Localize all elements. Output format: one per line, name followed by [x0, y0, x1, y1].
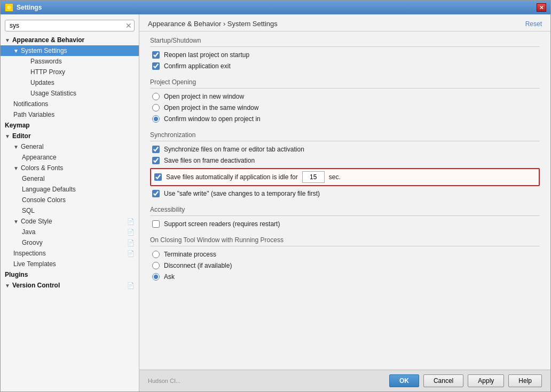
option-open-new-window: Open project in new window — [150, 93, 540, 100]
apply-button[interactable]: Apply — [468, 374, 504, 387]
confirm-window-radio[interactable] — [152, 115, 160, 123]
confirm-exit-checkbox[interactable] — [152, 62, 160, 70]
arrow-icon: ▼ — [5, 133, 10, 139]
main-panel: Appearance & Behavior › System Settings … — [139, 14, 550, 391]
option-safe-write: Use "safe write" (save changes to a temp… — [150, 190, 540, 197]
footer: Hudson CI... OK Cancel Apply Help — [139, 370, 550, 391]
open-new-window-radio[interactable] — [152, 93, 160, 100]
sidebar-item-groovy[interactable]: Groovy 📄 — [1, 237, 139, 248]
open-new-window-label: Open project in new window — [164, 93, 244, 100]
close-button[interactable]: ✕ — [537, 3, 546, 12]
ok-button[interactable]: OK — [389, 374, 419, 387]
option-open-same-window: Open project in the same window — [150, 104, 540, 111]
sidebar-item-passwords[interactable]: Passwords — [1, 56, 139, 67]
sidebar-label: General — [22, 175, 45, 182]
sidebar-item-plugins[interactable]: Plugins — [1, 269, 139, 280]
project-opening-title: Project Opening — [150, 78, 540, 89]
sidebar-item-system-settings[interactable]: ▼ System Settings — [1, 45, 139, 56]
arrow-icon: ▼ — [13, 144, 19, 150]
settings-window: ⚙ Settings ✕ ✕ ▼ Appearance & Behavior ▼… — [0, 0, 551, 392]
sidebar-item-keymap[interactable]: Keymap — [1, 120, 139, 131]
safe-write-checkbox[interactable] — [152, 190, 160, 197]
sidebar-item-general[interactable]: ▼ General — [1, 141, 139, 152]
closing-title: On Closing Tool Window with Running Proc… — [150, 236, 540, 246]
cancel-button[interactable]: Cancel — [423, 374, 463, 387]
ask-radio[interactable] — [152, 273, 160, 281]
open-same-window-radio[interactable] — [152, 104, 160, 111]
sidebar-label: Usage Statistics — [30, 90, 76, 97]
closing-section: On Closing Tool Window with Running Proc… — [150, 236, 540, 281]
save-deactivation-label: Save files on frame deactivation — [164, 157, 255, 164]
sidebar-item-path-variables[interactable]: Path Variables — [1, 109, 139, 120]
arrow-icon: ▼ — [13, 219, 19, 225]
sidebar-label: Java — [22, 228, 35, 236]
sidebar-item-http-proxy[interactable]: HTTP Proxy — [1, 67, 139, 77]
arrow-icon: ▼ — [5, 37, 10, 43]
sidebar-item-console-colors[interactable]: Console Colors — [1, 195, 139, 205]
sidebar-label: Appearance & Behavior — [12, 36, 84, 44]
sidebar-label: SQL — [22, 207, 35, 214]
search-input[interactable] — [5, 20, 135, 31]
safe-write-label: Use "safe write" (save changes to a temp… — [164, 190, 320, 197]
sec-label: sec. — [329, 173, 341, 181]
sidebar-label: Updates — [30, 79, 54, 86]
search-clear-icon[interactable]: ✕ — [125, 21, 132, 30]
hint-text: Hudson CI... — [148, 378, 180, 384]
sidebar-item-notifications[interactable]: Notifications — [1, 99, 139, 109]
sidebar-label: Groovy — [22, 239, 43, 246]
reopen-project-label: Reopen last project on startup — [164, 51, 249, 59]
page-icon: 📄 — [127, 250, 135, 257]
ask-label: Ask — [164, 273, 175, 281]
sidebar-item-language-defaults[interactable]: Language Defaults — [1, 184, 139, 195]
screen-readers-checkbox[interactable] — [152, 220, 160, 228]
startup-section: Startup/Shutdown Reopen last project on … — [150, 37, 540, 70]
reopen-project-checkbox[interactable] — [152, 51, 160, 59]
sidebar-label: Colors & Fonts — [21, 164, 63, 172]
breadcrumb-path: Appearance & Behavior › System Settings — [148, 20, 278, 28]
option-sync-files: Synchronize files on frame or editor tab… — [150, 146, 540, 153]
sync-files-checkbox[interactable] — [152, 146, 160, 153]
sidebar-label: Live Templates — [13, 260, 56, 268]
sidebar-item-inspections[interactable]: Inspections 📄 — [1, 248, 139, 259]
arrow-icon: ▼ — [13, 48, 19, 54]
sidebar-item-colors-general[interactable]: General — [1, 173, 139, 184]
sidebar-item-appearance[interactable]: Appearance — [1, 152, 139, 163]
option-ask: Ask — [150, 273, 540, 281]
reset-button[interactable]: Reset — [525, 20, 542, 28]
sidebar-item-usage-statistics[interactable]: Usage Statistics — [1, 88, 139, 99]
terminate-radio[interactable] — [152, 251, 160, 258]
save-deactivation-checkbox[interactable] — [152, 157, 160, 164]
sidebar: ✕ ▼ Appearance & Behavior ▼ System Setti… — [1, 14, 139, 391]
sync-files-label: Synchronize files on frame or editor tab… — [164, 146, 304, 153]
sidebar-item-live-templates[interactable]: Live Templates — [1, 259, 139, 269]
sidebar-label: General — [21, 143, 44, 150]
option-save-idle: Save files automatically if application … — [150, 168, 540, 186]
option-disconnect: Disconnect (if available) — [150, 262, 540, 269]
disconnect-radio[interactable] — [152, 262, 160, 269]
sidebar-item-appearance-behavior[interactable]: ▼ Appearance & Behavior — [1, 35, 139, 45]
synchronization-section: Synchronization Synchronize files on fra… — [150, 131, 540, 197]
save-idle-checkbox[interactable] — [154, 173, 162, 181]
help-button[interactable]: Help — [508, 374, 542, 387]
terminate-label: Terminate process — [164, 251, 216, 258]
sidebar-label: Plugins — [5, 271, 28, 278]
arrow-icon: ▼ — [5, 283, 10, 289]
sidebar-label: Code Style — [21, 218, 52, 225]
search-box: ✕ — [5, 20, 135, 31]
idle-seconds-input[interactable] — [302, 171, 325, 183]
arrow-icon: ▼ — [13, 165, 19, 171]
sidebar-label: Path Variables — [13, 111, 54, 118]
sidebar-item-version-control[interactable]: ▼ Version Control 📄 — [1, 280, 139, 291]
sidebar-item-code-style[interactable]: ▼ Code Style 📄 — [1, 216, 139, 227]
sidebar-item-updates[interactable]: Updates — [1, 77, 139, 88]
page-icon: 📄 — [127, 218, 135, 225]
sidebar-item-editor[interactable]: ▼ Editor — [1, 131, 139, 141]
sidebar-item-sql[interactable]: SQL — [1, 205, 139, 216]
sidebar-item-java[interactable]: Java 📄 — [1, 227, 139, 237]
main-content: ✕ ▼ Appearance & Behavior ▼ System Setti… — [1, 14, 550, 391]
disconnect-label: Disconnect (if available) — [164, 262, 232, 269]
sidebar-item-colors-fonts[interactable]: ▼ Colors & Fonts — [1, 163, 139, 173]
sidebar-label: Inspections — [13, 250, 46, 257]
page-icon: 📄 — [127, 282, 135, 289]
titlebar-left: ⚙ Settings — [5, 3, 42, 12]
